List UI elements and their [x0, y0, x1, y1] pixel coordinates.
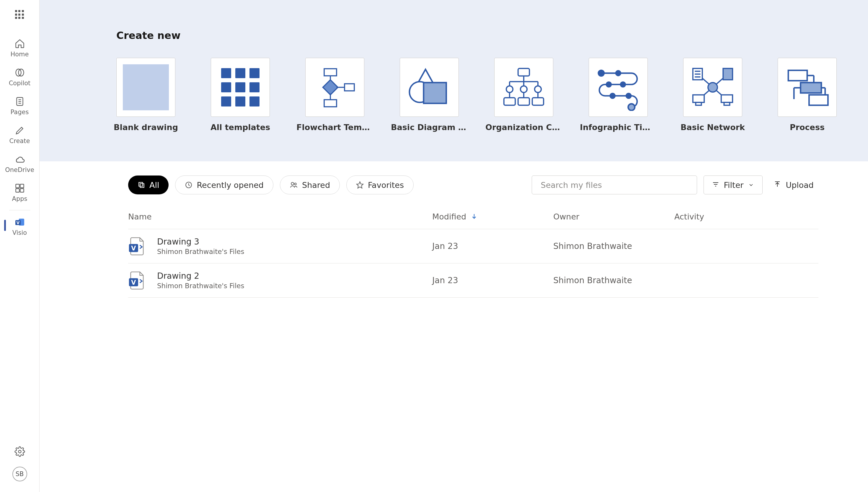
svg-point-45: [628, 104, 635, 110]
file-row[interactable]: V Drawing 2 Shimon Brathwaite's Files Ja…: [128, 264, 818, 298]
svg-marker-74: [357, 182, 363, 188]
files-section: All Recently opened Shared: [40, 161, 868, 492]
star-icon: [356, 181, 364, 189]
svg-rect-7: [20, 184, 24, 188]
network-icon: [683, 58, 742, 117]
svg-rect-20: [324, 100, 336, 107]
template-label: Process: [790, 123, 825, 132]
all-templates-icon: [211, 58, 270, 117]
col-owner[interactable]: Owner: [553, 212, 674, 221]
svg-rect-8: [16, 189, 19, 192]
sidebar-item-apps[interactable]: Apps: [0, 179, 39, 208]
create-title: Create new: [116, 29, 791, 41]
sidebar-item-label: Create: [9, 138, 30, 145]
svg-rect-6: [16, 184, 19, 188]
file-modified: Jan 23: [432, 275, 553, 285]
visio-file-icon: V: [128, 237, 145, 255]
sidebar-item-home[interactable]: Home: [0, 34, 39, 63]
cloud-icon: [14, 153, 26, 165]
svg-point-30: [506, 86, 513, 92]
sort-descending-icon: [471, 212, 477, 221]
svg-rect-58: [721, 95, 732, 103]
svg-rect-68: [809, 95, 828, 105]
chip-recently-opened[interactable]: Recently opened: [175, 175, 274, 194]
basic-diagram-icon: [400, 58, 459, 117]
file-table-header: Name Modified Owner Activity: [128, 212, 818, 229]
svg-rect-55: [723, 69, 732, 80]
chip-label: Favorites: [368, 180, 404, 190]
file-location: Shimon Brathwaite's Files: [157, 282, 244, 290]
svg-point-41: [606, 82, 611, 87]
template-infographic-timeline[interactable]: Infographic Timeline: [589, 58, 648, 132]
svg-rect-37: [518, 98, 530, 105]
user-avatar[interactable]: SB: [13, 467, 27, 482]
search-input[interactable]: [541, 180, 688, 190]
app-sidebar: Home Copilot Pages Create OneDrive: [0, 0, 40, 492]
col-activity[interactable]: Activity: [674, 212, 818, 221]
timeline-icon: [589, 58, 648, 117]
process-icon: [778, 58, 837, 117]
svg-rect-24: [518, 69, 530, 76]
file-owner: Shimon Brathwaite: [553, 275, 674, 285]
sidebar-item-label: Home: [10, 51, 29, 58]
svg-point-42: [620, 82, 625, 87]
chip-shared[interactable]: Shared: [280, 175, 340, 194]
chip-label: All: [149, 180, 159, 190]
chip-label: Recently opened: [197, 180, 264, 190]
settings-icon[interactable]: [15, 446, 25, 458]
stack-icon: [138, 181, 145, 189]
file-name: Drawing 3: [157, 237, 244, 247]
chevron-down-icon: [748, 180, 754, 190]
chip-favorites[interactable]: Favorites: [346, 175, 414, 194]
sidebar-item-label: Pages: [10, 108, 29, 116]
svg-point-40: [616, 71, 620, 75]
template-basic-network[interactable]: Basic Network: [683, 58, 742, 132]
template-all-templates[interactable]: All templates: [211, 58, 270, 132]
svg-rect-36: [504, 98, 515, 105]
upload-button[interactable]: Upload: [769, 175, 818, 194]
template-org-chart[interactable]: Organization Chart: [494, 58, 553, 132]
svg-rect-70: [140, 184, 144, 188]
sidebar-item-create[interactable]: Create: [0, 121, 39, 150]
col-name[interactable]: Name: [128, 212, 432, 221]
visio-file-icon: V: [128, 271, 145, 290]
svg-rect-59: [724, 102, 730, 105]
people-icon: [290, 181, 298, 189]
filter-label: Filter: [724, 180, 744, 190]
template-label: All templates: [211, 123, 270, 132]
chip-all[interactable]: All: [128, 175, 169, 194]
search-input-container[interactable]: [532, 175, 697, 194]
svg-rect-38: [532, 98, 543, 105]
col-modified[interactable]: Modified: [432, 212, 553, 221]
blank-thumb-icon: [116, 58, 175, 117]
template-blank-drawing[interactable]: Blank drawing: [116, 58, 175, 132]
sidebar-item-pages[interactable]: Pages: [0, 92, 39, 121]
template-process[interactable]: Process: [778, 58, 837, 132]
sidebar-item-visio[interactable]: V Visio: [0, 213, 39, 242]
sidebar-item-copilot[interactable]: Copilot: [0, 63, 39, 92]
svg-point-73: [295, 183, 297, 185]
svg-point-32: [535, 86, 541, 92]
template-label: Organization Chart: [485, 123, 562, 132]
upload-icon: [774, 180, 781, 190]
visio-app-icon: V: [14, 216, 26, 228]
sidebar-item-label: Copilot: [9, 80, 31, 87]
template-label: Infographic Timeline: [580, 123, 657, 132]
org-chart-icon: [494, 58, 553, 117]
flowchart-icon: [305, 58, 364, 117]
template-basic-diagram[interactable]: Basic Diagram Tem…: [400, 58, 459, 132]
file-row[interactable]: V Drawing 3 Shimon Brathwaite's Files Ja…: [128, 229, 818, 264]
svg-rect-56: [693, 95, 704, 103]
svg-point-50: [708, 82, 718, 92]
template-flowchart[interactable]: Flowchart Template: [305, 58, 364, 132]
pages-icon: [14, 96, 26, 107]
filter-button[interactable]: Filter: [704, 175, 763, 194]
svg-rect-57: [696, 102, 701, 105]
svg-rect-60: [788, 70, 807, 80]
file-name: Drawing 2: [157, 271, 244, 281]
svg-point-31: [520, 86, 527, 92]
copilot-icon: [14, 67, 26, 78]
app-launcher-icon[interactable]: [15, 10, 24, 20]
sidebar-item-onedrive[interactable]: OneDrive: [0, 150, 39, 179]
file-modified: Jan 23: [432, 241, 553, 251]
